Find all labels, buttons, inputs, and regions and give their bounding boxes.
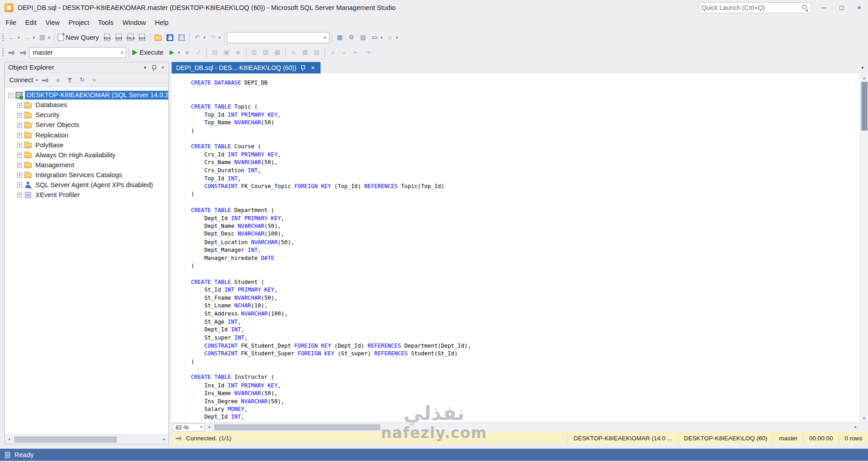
code-surface[interactable]: CREATE DATABASE DEPI_DB CREATE TABLE Top… <box>171 74 859 422</box>
expand-icon[interactable]: + <box>17 123 22 127</box>
intellisense-icon[interactable]: ◈ <box>232 46 243 58</box>
scroll-up-icon[interactable]: ▴ <box>860 74 868 82</box>
include-actual-plan-icon[interactable]: ▥ <box>248 46 259 58</box>
increase-indent-icon[interactable]: ⇥ <box>362 46 373 58</box>
scroll-down-icon[interactable]: ▾ <box>860 414 868 422</box>
collapse-icon[interactable]: − <box>8 93 13 98</box>
live-query-statistics-icon[interactable]: ▨ <box>260 46 271 58</box>
scroll-left-icon[interactable]: ◂ <box>5 437 13 442</box>
disconnect-icon[interactable] <box>40 74 51 86</box>
expand-icon[interactable]: + <box>17 192 22 197</box>
decrease-indent-icon[interactable]: ⇤ <box>351 46 361 58</box>
available-databases-combo[interactable]: master▾ <box>29 47 126 57</box>
tree-item-desktop-k8ieaek-omar-sql-server-14-0-210[interactable]: −DESKTOP-K8IEAEK\OMAR (SQL Server 14.0.2… <box>5 90 168 100</box>
minimize-button[interactable]: ─ <box>815 0 833 15</box>
activity-monitor-icon[interactable]: ▥▾ <box>37 31 51 43</box>
connect-query-icon[interactable] <box>6 46 17 58</box>
menu-view[interactable]: View <box>41 15 64 30</box>
connect-button[interactable]: Connect▾ <box>7 74 39 86</box>
pin-icon[interactable] <box>149 63 158 72</box>
save-icon[interactable] <box>164 31 175 43</box>
scroll-right-icon[interactable]: ▸ <box>851 425 859 429</box>
expand-icon[interactable]: + <box>17 142 22 147</box>
menu-help[interactable]: Help <box>151 15 173 30</box>
menu-window[interactable]: Window <box>118 15 151 30</box>
undo-icon[interactable]: ↶▾ <box>192 31 206 43</box>
stop-icon[interactable]: ■ <box>52 74 63 86</box>
menu-file[interactable]: File <box>1 15 20 30</box>
tab-list-chevron-icon[interactable]: ▾ <box>857 65 868 70</box>
results-to-grid-icon[interactable]: ▦ <box>299 46 310 58</box>
expand-icon[interactable]: + <box>17 113 22 118</box>
tree-item-server-objects[interactable]: +Server Objects <box>5 120 168 130</box>
expand-icon[interactable]: + <box>17 162 22 167</box>
debug-icon[interactable]: ▶▾ <box>166 46 181 58</box>
tab-close-icon[interactable]: × <box>310 64 317 71</box>
tree-item-xevent-profiler[interactable]: +XEvent Profiler <box>5 190 168 200</box>
open-file-icon[interactable] <box>152 31 163 43</box>
scroll-left-icon[interactable]: ◂ <box>205 425 213 429</box>
change-connection-icon[interactable] <box>18 46 28 58</box>
zoom-selector[interactable]: 82 % ▾ <box>173 423 205 431</box>
tree-item-replication[interactable]: +Replication <box>5 130 168 140</box>
results-to-text-icon[interactable]: A <box>288 46 299 58</box>
template-browser-icon[interactable]: ▧ <box>357 31 368 43</box>
query-options-icon[interactable]: ▣ <box>221 46 232 58</box>
registered-servers-icon[interactable]: ▦ <box>334 31 345 43</box>
quick-launch-input[interactable] <box>702 5 802 11</box>
tree-item-databases[interactable]: +Databases <box>5 100 168 110</box>
new-xmla-query-icon[interactable]: XMLA <box>125 31 136 43</box>
find-combo[interactable]: ▾ <box>227 32 329 42</box>
toolbar-grip[interactable] <box>2 48 4 57</box>
code-editor[interactable]: CREATE DATABASE DEPI_DB CREATE TABLE Top… <box>171 74 868 422</box>
activity-chart-icon[interactable]: ≈ <box>89 74 100 86</box>
parse-query-icon[interactable]: ✓ <box>193 46 204 58</box>
maximize-button[interactable]: □ <box>833 0 850 15</box>
new-dmx-query-icon[interactable]: DMX <box>113 31 124 43</box>
tab-pin-icon[interactable] <box>300 65 306 71</box>
filter-icon[interactable] <box>64 74 75 86</box>
new-query-button[interactable]: New Query <box>56 31 101 43</box>
command-window-icon[interactable]: ▭▾ <box>369 31 384 43</box>
tree-item-integration-services-catalogs[interactable]: +Integration Services Catalogs <box>5 170 168 180</box>
oe-horizontal-scrollbar[interactable]: ◂ ▸ <box>5 434 168 444</box>
client-statistics-icon[interactable]: ▩ <box>272 46 283 58</box>
scrollbar-thumb[interactable] <box>214 424 380 430</box>
save-all-icon[interactable] <box>176 31 187 43</box>
tree-item-security[interactable]: +Security <box>5 110 168 120</box>
tree-item-always-on-high-availability[interactable]: +Always On High Availability <box>5 150 168 160</box>
document-tab[interactable]: DEPI_DB.sql - DES...-K8IEAEK\LOQ (60)) × <box>171 62 321 74</box>
comment-out-icon[interactable]: « <box>327 46 338 58</box>
navigate-backward-icon[interactable]: ←▾ <box>6 31 20 43</box>
scrollbar-thumb[interactable] <box>14 437 117 443</box>
expand-icon[interactable]: + <box>17 103 22 108</box>
close-panel-icon[interactable]: × <box>158 63 167 72</box>
horizontal-scrollbar[interactable] <box>213 423 851 432</box>
redo-icon[interactable]: ↷▾ <box>207 31 222 43</box>
properties-window-icon[interactable]: ⚙ <box>346 31 356 43</box>
scroll-right-icon[interactable]: ▸ <box>160 437 168 442</box>
feedback-smiley-icon[interactable]: ☺▾ <box>384 31 399 43</box>
uncomment-icon[interactable]: » <box>339 46 350 58</box>
tree-item-management[interactable]: +Management <box>5 160 168 170</box>
new-mdx-query-icon[interactable]: MDX <box>102 31 113 43</box>
new-dax-query-icon[interactable]: DAX <box>137 31 147 43</box>
scrollbar-thumb[interactable] <box>861 82 867 131</box>
menu-tools[interactable]: Tools <box>94 15 118 30</box>
expand-icon[interactable]: + <box>17 172 22 177</box>
tree-item-sql-server-agent-agent-xps-disabled[interactable]: +SQL Server Agent (Agent XPs disabled) <box>5 180 168 190</box>
results-to-file-icon[interactable]: ▤ <box>311 46 322 58</box>
menu-edit[interactable]: Edit <box>21 15 41 30</box>
menu-project[interactable]: Project <box>64 15 94 30</box>
navigate-forward-icon[interactable]: →▾ <box>21 31 36 43</box>
quick-launch[interactable] <box>699 2 812 13</box>
expand-icon[interactable]: + <box>17 182 22 187</box>
cancel-query-icon[interactable]: ■ <box>181 46 192 58</box>
expand-icon[interactable]: + <box>17 132 22 137</box>
expand-icon[interactable]: + <box>17 152 22 157</box>
close-button[interactable]: × <box>850 0 868 15</box>
refresh-icon[interactable]: ↻ <box>76 74 87 86</box>
toolbar-grip[interactable] <box>2 33 4 42</box>
window-position-chevron-icon[interactable]: ▾ <box>141 63 150 72</box>
execute-button[interactable]: Execute <box>131 46 166 58</box>
